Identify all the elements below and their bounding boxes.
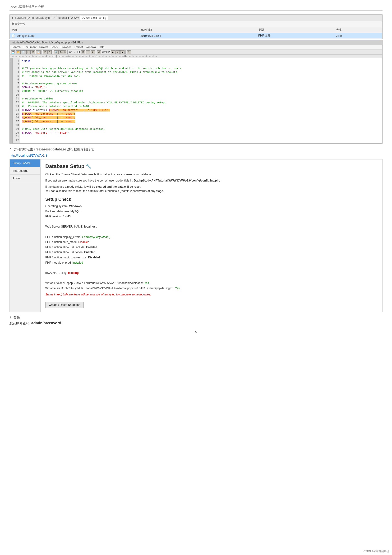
- breadcrumb-part3: PHPTutorial: [51, 16, 67, 19]
- file-date: 2019/1/24 13:54: [138, 33, 256, 39]
- toolbar-text-nb: nb: [69, 51, 73, 53]
- toolbar-btn-format[interactable]: ≡: [91, 50, 95, 54]
- line-numbers: 12345 678910 1112131415 1617181920 2122: [13, 58, 20, 143]
- toolbar-btn-stop[interactable]: ■: [120, 50, 124, 54]
- toolbar-btn-run[interactable]: ▶: [111, 50, 115, 54]
- toolbar-btn-copy[interactable]: ⎘: [31, 50, 35, 54]
- toolbar-text-j: J: [73, 51, 76, 53]
- setup-check-title: Setup Check: [45, 197, 378, 202]
- toolbar-btn-replace[interactable]: A→B: [59, 50, 66, 54]
- breadcrumb-active: DVWA-1.9 ▶ config: [80, 16, 108, 20]
- toolbar-divsp: div SP: [102, 51, 110, 53]
- dvwa-title-icon: 🔧: [86, 164, 91, 169]
- editplus-titlebar: tutorial\WWW\DVWA-1.9\config\config.inc.…: [10, 40, 382, 45]
- step5-default-label: 默认账号密码:: [9, 321, 30, 325]
- toolbar-btn-save[interactable]: 💾: [11, 50, 15, 54]
- left-marker: • •: [10, 58, 13, 143]
- sidebar-item-instructions[interactable]: Instructions: [10, 167, 40, 175]
- file-icon: 📄: [12, 34, 15, 37]
- breadcrumb-part4: WWW: [71, 16, 79, 19]
- step4-label: 4. 访问同时点击 create/reset database 进行数据库初始化: [9, 147, 94, 151]
- toolbar-btn-cut[interactable]: ✂: [26, 50, 31, 54]
- menu-project[interactable]: Project: [39, 45, 48, 49]
- editplus-toolbar: 💾 📂 📄 ✂ ⎘ 📋 ↶ ↷ 🔍 A→B nb J HI B I ≡ A di…: [10, 50, 382, 55]
- toolbar-btn-bold[interactable]: B: [81, 50, 85, 54]
- col-type: 类型: [256, 27, 334, 33]
- status-red-text: Status in red, indicate there will be an…: [45, 293, 378, 296]
- menu-tools[interactable]: Tools: [51, 45, 58, 49]
- sidebar-label-about: About: [13, 176, 21, 180]
- code-area[interactable]: <?php # If you are having problems conne…: [20, 58, 382, 143]
- step5-default-value: admin/password: [31, 321, 61, 325]
- dvwa-setup-panel: Setup DVWA Instructions About Database S…: [9, 159, 383, 312]
- col-name: 名称: [10, 27, 138, 33]
- table-row[interactable]: 📄 config.inc.php 2019/1/24 13:54 PHP 文件 …: [10, 33, 382, 39]
- file-size: 2 KB: [334, 33, 382, 39]
- dvwa-main: Database Setup 🔧 Click on the 'Create / …: [41, 160, 382, 312]
- sidebar-item-about[interactable]: About: [10, 175, 40, 182]
- toolbar-btn-undo[interactable]: ↶: [43, 50, 47, 54]
- step5-section: 5. 登陆 默认账号密码: admin/password: [9, 316, 383, 326]
- toolbar-btn-italic[interactable]: I: [86, 50, 90, 54]
- toolbar-sep4: [96, 50, 96, 54]
- toolbar-sep5: [125, 50, 126, 54]
- ruler-text: ----+----1----+----2----+----3-|--+----4…: [12, 55, 157, 58]
- page-number: 5: [9, 330, 383, 334]
- new-folder-bar: 新建文件夹: [10, 21, 382, 27]
- step5-default: 默认账号密码: admin/password: [9, 321, 383, 326]
- breadcrumb-arrow: ▶: [12, 16, 14, 19]
- toolbar-btn-new[interactable]: 📄: [21, 50, 26, 54]
- toolbar-btn-paste[interactable]: 📋: [36, 50, 41, 54]
- toolbar-btn-open[interactable]: 📂: [16, 50, 21, 54]
- dvwa-desc1: Click on the 'Create / Reset Database' b…: [45, 172, 378, 176]
- file-explorer: ▶ Software (D:) ▶ phpStudy ▶ PHPTutorial…: [9, 15, 383, 39]
- toolbar-sep1: [42, 50, 42, 54]
- toolbar-btn-help2[interactable]: ?: [127, 50, 131, 54]
- breadcrumb-part2: phpStudy: [36, 16, 48, 19]
- page-header: DVWA 漏洞测试平台分析: [9, 5, 383, 11]
- menu-window[interactable]: Window: [86, 45, 96, 49]
- new-folder-label: 新建文件夹: [12, 22, 26, 26]
- step5-title: 5. 登陆: [9, 316, 383, 320]
- menu-help[interactable]: Help: [99, 45, 105, 49]
- step4-text: 4. 访问同时点击 create/reset database 进行数据库初始化: [9, 147, 383, 152]
- create-btn-label: Create / Reset Database: [49, 303, 80, 307]
- breadcrumb-bar: ▶ Software (D:) ▶ phpStudy ▶ PHPTutorial…: [10, 15, 382, 21]
- breadcrumb-part1: Software (D:): [15, 16, 32, 19]
- dvwa-desc2: If you get an error make sure you have t…: [45, 178, 378, 183]
- toolbar-btn-music[interactable]: ♪: [115, 50, 120, 54]
- page-number-text: 5: [195, 330, 197, 334]
- setup-check-label: Setup Check: [45, 197, 71, 202]
- file-name: 📄 config.inc.php: [10, 33, 138, 39]
- editplus-ruler: ----+----1----+----2----+----3-|--+----4…: [10, 55, 382, 58]
- step5-title-text: 5. 登陆: [9, 316, 20, 320]
- file-type: PHP 文件: [256, 33, 334, 39]
- file-table: 名称 修改日期 类型 大小 📄 config.inc.php 2019/1/24…: [10, 27, 382, 39]
- sidebar-label-setup: Setup DVWA: [13, 161, 31, 165]
- page-title: DVWA 漏洞测试平台分析: [9, 5, 44, 8]
- col-size: 大小: [334, 27, 382, 33]
- create-reset-button[interactable]: Create / Reset Database: [45, 302, 84, 308]
- toolbar-btn-find[interactable]: 🔍: [54, 50, 59, 54]
- menu-browser[interactable]: Browser: [60, 45, 71, 49]
- menu-emmet[interactable]: Emmet: [74, 45, 83, 49]
- toolbar-text-hi: HI: [77, 51, 81, 53]
- toolbar-sep2: [53, 50, 53, 54]
- dvwa-main-title: Database Setup 🔧: [45, 163, 378, 169]
- menu-search[interactable]: Search: [12, 45, 21, 49]
- sidebar-item-setup[interactable]: Setup DVWA: [10, 160, 40, 167]
- status-red-label: Status in red, indicate there will be an…: [45, 293, 151, 296]
- toolbar-btn-redo[interactable]: ↷: [47, 50, 52, 54]
- dvwa-desc1-text: Click on the 'Create / Reset Database' b…: [45, 173, 152, 176]
- dvwa-title-text: Database Setup: [45, 163, 85, 169]
- toolbar-sep3: [67, 50, 68, 54]
- toolbar-btn-div[interactable]: A: [97, 50, 101, 54]
- editplus-title-text: tutorial\WWW\DVWA-1.9\config\config.inc.…: [12, 41, 83, 44]
- col-date: 修改日期: [138, 27, 256, 33]
- editplus-content: • • 12345 678910 111213141: [10, 58, 382, 143]
- menu-document[interactable]: Document: [23, 45, 36, 49]
- step4-link[interactable]: http://localhost/DVWA-1.9: [9, 153, 47, 157]
- step4-link-container: http://localhost/DVWA-1.9: [9, 153, 383, 157]
- dvwa-sidebar: Setup DVWA Instructions About: [10, 160, 41, 312]
- editplus-editor: tutorial\WWW\DVWA-1.9\config\config.inc.…: [9, 40, 383, 144]
